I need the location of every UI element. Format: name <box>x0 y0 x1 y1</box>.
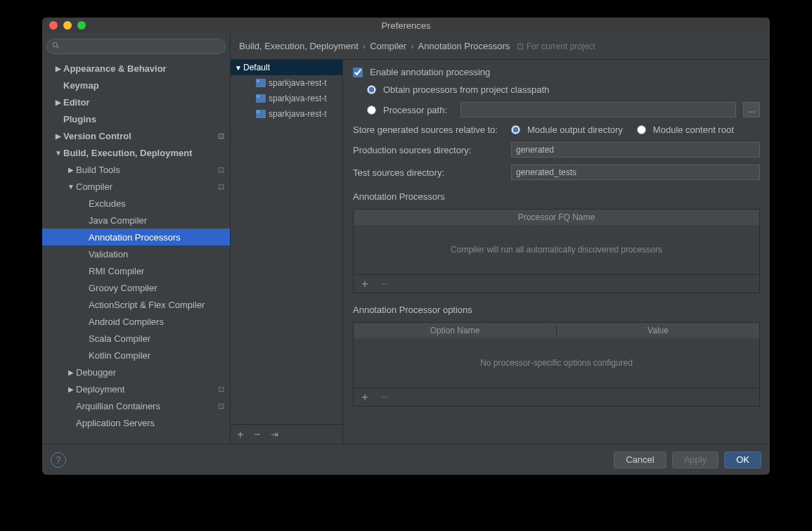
enable-ap-checkbox[interactable] <box>353 68 363 77</box>
module-label: sparkjava-rest-t <box>269 94 327 103</box>
search-input[interactable] <box>46 39 226 54</box>
breadcrumb-part: Compiler <box>370 41 406 51</box>
profile-label: Default <box>243 63 270 72</box>
breadcrumb-part: Annotation Processors <box>418 41 510 51</box>
help-button[interactable]: ? <box>51 452 66 468</box>
processor-path-radio[interactable] <box>367 105 376 115</box>
project-scope-icon: ⊡ <box>218 385 224 394</box>
tree-item[interactable]: Android Compilers <box>42 313 230 330</box>
tree-item[interactable]: Groovy Compiler <box>42 279 230 296</box>
prod-dir-label: Production sources directory: <box>353 145 504 155</box>
tree-item[interactable]: ▶Build Tools⊡ <box>42 161 230 178</box>
store-content-option[interactable]: Module content root <box>637 124 734 135</box>
tree-item[interactable]: Kotlin Compiler <box>42 347 230 364</box>
tree-item-label: Android Compilers <box>89 316 164 327</box>
tree-arrow-icon: ▶ <box>55 98 62 106</box>
tree-item-label: Keymap <box>63 80 99 91</box>
ok-button[interactable]: OK <box>724 452 761 468</box>
tree-item[interactable]: RMI Compiler <box>42 262 230 279</box>
project-scope-icon: ⊡ <box>218 132 224 141</box>
settings-tree[interactable]: ▶Appearance & BehaviorKeymap▶EditorPlugi… <box>42 60 230 444</box>
apply-button[interactable]: Apply <box>672 452 719 468</box>
tree-item[interactable]: Keymap <box>42 77 230 94</box>
tree-item[interactable]: Application Servers <box>42 414 230 431</box>
tree-item[interactable]: Validation <box>42 245 230 262</box>
tree-item[interactable]: ▶Editor <box>42 94 230 110</box>
profile-item[interactable]: sparkjava-rest-t <box>231 75 342 91</box>
project-scope-icon: ⊡ <box>218 165 224 174</box>
tree-item[interactable]: ▼Compiler⊡ <box>42 178 230 195</box>
tree-item[interactable]: ▶Debugger <box>42 364 230 380</box>
remove-profile-button[interactable]: − <box>252 428 263 441</box>
profile-item[interactable]: sparkjava-rest-t <box>231 91 342 106</box>
tree-item[interactable]: ActionScript & Flex Compiler <box>42 296 230 313</box>
tree-item[interactable]: Scala Compiler <box>42 330 230 347</box>
obtain-classpath-label: Obtain processors from project classpath <box>383 84 549 95</box>
tree-item-label: Excludes <box>89 198 126 209</box>
processor-path-browse-button[interactable]: ... <box>743 102 760 117</box>
opt-col-value[interactable]: Value <box>557 326 759 335</box>
prod-dir-input[interactable] <box>511 142 760 158</box>
sidebar: ▶Appearance & BehaviorKeymap▶EditorPlugi… <box>42 33 231 444</box>
store-output-radio[interactable] <box>511 125 520 134</box>
processor-path-input[interactable] <box>460 102 736 117</box>
tree-item-label: Version Control <box>63 131 131 141</box>
store-content-radio[interactable] <box>637 125 646 134</box>
add-profile-button[interactable]: + <box>235 428 246 441</box>
zoom-window-button[interactable] <box>77 21 86 30</box>
store-output-option[interactable]: Module output directory <box>511 124 623 135</box>
profile-arrow-icon: ▼ <box>235 64 242 72</box>
tree-item-label: Java Compiler <box>89 215 147 226</box>
tree-item-label: Groovy Compiler <box>89 283 157 293</box>
tree-item[interactable]: Java Compiler <box>42 212 230 229</box>
breadcrumb: Build, Execution, Deployment › Compiler … <box>231 33 770 60</box>
tree-item-label: Arquillian Containers <box>76 401 160 411</box>
tree-item[interactable]: ▼Build, Execution, Deployment <box>42 144 230 161</box>
tree-arrow-icon: ▼ <box>67 183 75 191</box>
profile-tree[interactable]: ▼Defaultsparkjava-rest-tsparkjava-rest-t… <box>231 60 342 424</box>
module-label: sparkjava-rest-t <box>269 109 327 119</box>
ap-table-header: Processor FQ Name <box>354 210 759 225</box>
enable-ap-row[interactable]: Enable annotation processing <box>353 67 760 77</box>
tree-item-label: Build Tools <box>76 165 120 175</box>
tree-arrow-icon: ▶ <box>67 369 75 376</box>
tree-arrow-icon: ▶ <box>67 385 75 393</box>
tree-item[interactable]: ▶Appearance & Behavior <box>42 60 230 77</box>
obtain-classpath-row[interactable]: Obtain processors from project classpath <box>353 84 760 95</box>
svg-point-0 <box>53 43 58 47</box>
opt-col-name[interactable]: Option Name <box>354 326 557 335</box>
ap-add-button[interactable]: + <box>359 278 370 290</box>
obtain-classpath-radio[interactable] <box>367 85 376 94</box>
tree-item[interactable]: Arquillian Containers⊡ <box>42 397 230 414</box>
search-wrap <box>42 33 230 60</box>
store-label: Store generated sources relative to: <box>353 124 504 135</box>
opt-remove-button[interactable]: − <box>379 391 390 404</box>
tree-arrow-icon: ▶ <box>55 65 62 72</box>
tree-item[interactable]: Excludes <box>42 195 230 212</box>
settings-form: Enable annotation processing Obtain proc… <box>343 60 770 444</box>
tree-item-label: RMI Compiler <box>89 266 144 276</box>
tree-item[interactable]: Plugins <box>42 110 230 127</box>
test-dir-row: Test sources directory: <box>353 165 760 180</box>
store-row: Store generated sources relative to: Mod… <box>353 124 760 135</box>
profile-item[interactable]: sparkjava-rest-t <box>231 106 342 122</box>
ap-remove-button[interactable]: − <box>379 278 390 290</box>
opt-table: Option Name Value No processor-specific … <box>353 322 760 407</box>
profile-item[interactable]: ▼Default <box>231 60 342 75</box>
test-dir-input[interactable] <box>511 165 760 180</box>
tree-item[interactable]: Annotation Processors <box>42 229 230 245</box>
minimize-window-button[interactable] <box>63 21 72 30</box>
footer: ? Cancel Apply OK <box>42 444 770 475</box>
move-module-button[interactable]: ⇥ <box>269 429 280 440</box>
opt-table-empty: No processor-specific options configured <box>354 338 759 388</box>
traffic-lights <box>42 21 86 30</box>
ap-col-name[interactable]: Processor FQ Name <box>354 212 759 222</box>
cancel-button[interactable]: Cancel <box>614 452 666 468</box>
close-window-button[interactable] <box>49 21 58 30</box>
tree-item[interactable]: ▶Version Control⊡ <box>42 127 230 144</box>
tree-item-label: Application Servers <box>76 418 155 428</box>
tree-item-label: Plugins <box>63 114 96 124</box>
preferences-window: Preferences ▶Appearance & BehaviorKeymap… <box>42 18 770 475</box>
tree-item[interactable]: ▶Deployment⊡ <box>42 380 230 397</box>
opt-add-button[interactable]: + <box>359 391 370 404</box>
